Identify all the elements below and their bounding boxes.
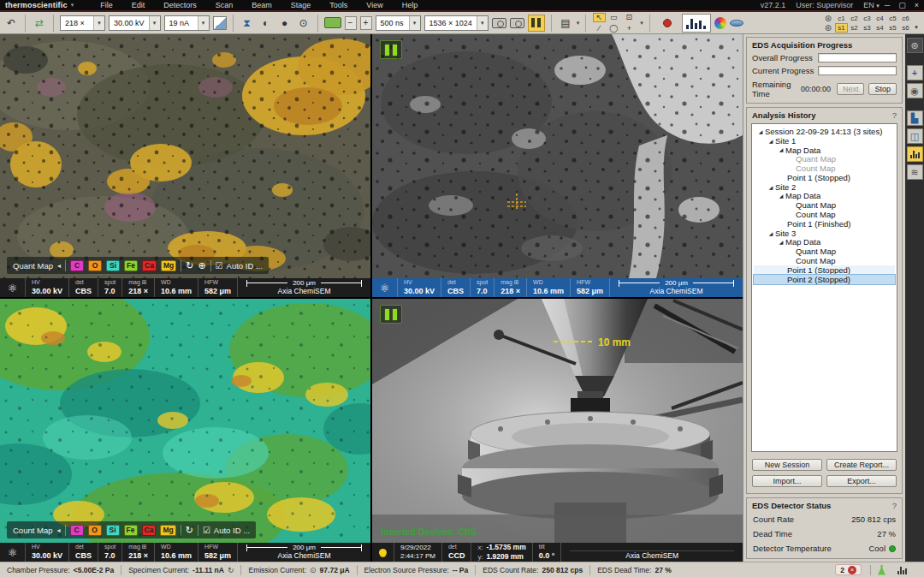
auto-id-checkbox[interactable]: ☑ Auto ID ... [216,261,263,271]
eye-icon[interactable]: ◉ [907,83,923,98]
pause-button[interactable] [528,15,545,32]
menu-file[interactable]: File [91,1,122,9]
stage-icon[interactable] [730,20,743,27]
refresh-icon[interactable]: ↻ [186,260,193,271]
dwell-plus-button[interactable]: + [360,16,372,30]
minimize-button[interactable]: ─ [885,1,890,9]
beam-spot-icon[interactable]: ⊙ [296,15,311,31]
tree-item-site1[interactable]: ◢Site 1 [754,136,895,146]
channel-c2[interactable]: c2 [850,15,857,22]
element-chip-Ca[interactable]: Ca [142,525,157,536]
videos-caret-icon[interactable]: ▾ [577,20,580,27]
spectrum-status-icon[interactable] [897,566,907,574]
element-chip-C[interactable]: C [70,525,84,536]
element-chip-O[interactable]: O [88,260,102,271]
site-s3[interactable]: s3 [863,24,870,32]
tree-item-site3[interactable]: ◢Site 3 [754,229,895,238]
resolution-select[interactable]: 1536 × 1024▾ [424,15,489,31]
site-s4[interactable]: s4 [876,24,883,32]
tree-item-quant-map[interactable]: Quant Map [754,247,895,256]
element-chip-Fe[interactable]: Fe [124,525,138,536]
language-selector[interactable]: EN ▾ [863,1,880,9]
export-button[interactable]: Export... [826,475,897,487]
count-map-image[interactable]: Count Map ◂ C O Si Fe Ca Mg ↻ ☑ Auto ID … [0,299,370,543]
menu-edit[interactable]: Edit [122,1,155,9]
beam-settings-button[interactable] [213,16,227,30]
quadrant-quant-map[interactable]: Quant Map ◂ C O Si Fe Ca Mg ↻ ⊕ ☑ Auto I… [0,34,370,297]
snapshot-all-icon[interactable] [492,18,506,28]
bse-image[interactable] [372,34,743,278]
tools-caret-icon[interactable]: ▾ [640,20,643,27]
sites-caret-icon[interactable]: ▾ [915,24,918,31]
element-chip-O[interactable]: O [88,525,102,536]
image-tool-icon[interactable]: ⊡ [623,13,636,22]
layers-icon[interactable]: ▙ [907,110,923,126]
menu-view[interactable]: View [357,1,392,9]
menu-tools[interactable]: Tools [320,1,357,9]
element-chip-C[interactable]: C [70,260,84,271]
import-button[interactable]: Import... [752,475,822,487]
channel-c1[interactable]: c1 [838,15,844,22]
undo-icon[interactable]: ↶ [3,15,19,31]
snapshot-icon[interactable] [510,18,524,28]
create-report-button[interactable]: Create Report... [826,459,897,471]
beam-current-select[interactable]: 19 nA▾ [164,15,210,31]
dwell-minus-button[interactable]: − [345,16,357,30]
tree-item-map-data[interactable]: ◢Map Data [754,146,895,155]
tree-item-point1[interactable]: Point 1 (Stopped) [754,173,895,182]
contrast-icon[interactable]: ◐ [258,15,274,31]
tree-item-session[interactable]: ◢Session 22-09-29 14:13 (3 sites) [754,127,895,136]
stage-move-icon[interactable]: + [907,65,923,80]
help-icon[interactable]: ? [892,110,897,120]
close-button[interactable]: × [915,1,919,9]
tree-item-map-data[interactable]: ◢Map Data [754,192,895,201]
menu-help[interactable]: Help [393,1,428,9]
cursor-tool-icon[interactable]: ↖ [593,13,606,22]
maximize-button[interactable]: ▢ [898,1,906,9]
quant-color-wheel-icon[interactable] [714,17,726,29]
quadrant-count-map[interactable]: Count Map ◂ C O Si Fe Ca Mg ↻ ☑ Auto ID … [0,299,370,562]
auto-id-checkbox[interactable]: ☑ Auto ID ... [203,526,250,535]
site-s1[interactable]: s1 [835,23,847,33]
site-s5[interactable]: s5 [889,24,896,32]
move-tool-icon[interactable]: + [623,24,636,33]
error-count-badge[interactable]: 2 × [835,564,862,575]
videos-icon[interactable]: ▤ [558,15,573,31]
chamber-light-icon[interactable] [372,543,394,562]
element-chip-Mg[interactable]: Mg [161,260,176,271]
element-chip-Ca[interactable]: Ca [142,260,157,271]
tree-item-point1[interactable]: Point 1 (Stopped) [754,265,895,275]
quant-map-image[interactable]: Quant Map ◂ C O Si Fe Ca Mg ↻ ⊕ ☑ Auto I… [0,34,370,278]
eds-spectrum-icon[interactable] [907,146,923,162]
menu-stage[interactable]: Stage [281,1,321,9]
high-voltage-select[interactable]: 30.00 kV▾ [109,15,161,31]
menu-detectors[interactable]: Detectors [154,1,206,9]
element-chip-Si[interactable]: Si [106,260,120,271]
collapse-icon[interactable]: ◂ [56,526,60,534]
dwell-time-select[interactable]: 500 ns▾ [376,15,421,31]
new-session-button[interactable]: New Session [752,459,822,471]
refresh-icon[interactable]: ↻ [228,566,234,574]
tree-item-point1[interactable]: Point 1 (Finished) [754,219,895,229]
magnification-select[interactable]: 218 ×▾ [60,15,105,31]
tree-item-count-map[interactable]: Count Map [754,256,895,265]
measure-tool-icon[interactable]: ∕ [593,24,606,33]
spectrum-button[interactable] [682,14,711,33]
tree-item-point2-selected[interactable]: Point 2 (Stopped) [754,275,895,284]
tree-item-site2[interactable]: ◢Site 2 [754,182,895,192]
quadrant-bse[interactable]: ⚛ HV30.00 kV detCBS spot7.0 mag ⊞218 × W… [372,34,743,297]
channel-c4[interactable]: c4 [876,15,883,22]
quadrant-ccd-camera[interactable]: 10 mm Inserted Devices: CBS 9/29/2022 2:… [372,299,743,562]
stop-button[interactable]: Stop [868,83,897,95]
reduced-area-button[interactable] [324,17,341,28]
scan-rotation-icon[interactable]: ⧗ [240,15,255,31]
element-chip-Mg[interactable]: Mg [160,525,175,536]
tree-item-quant-map[interactable]: Quant Map [754,200,895,210]
next-button[interactable]: Next [837,83,865,95]
tree-item-count-map[interactable]: Count Map [754,164,895,173]
ccd-image[interactable]: 10 mm Inserted Devices: CBS [372,299,743,543]
brightness-icon[interactable]: ● [277,15,293,31]
channel-c5[interactable]: c5 [889,15,896,22]
collapse-icon[interactable]: ◂ [57,262,61,270]
filter-sliders-icon[interactable]: ≋ [907,164,923,180]
